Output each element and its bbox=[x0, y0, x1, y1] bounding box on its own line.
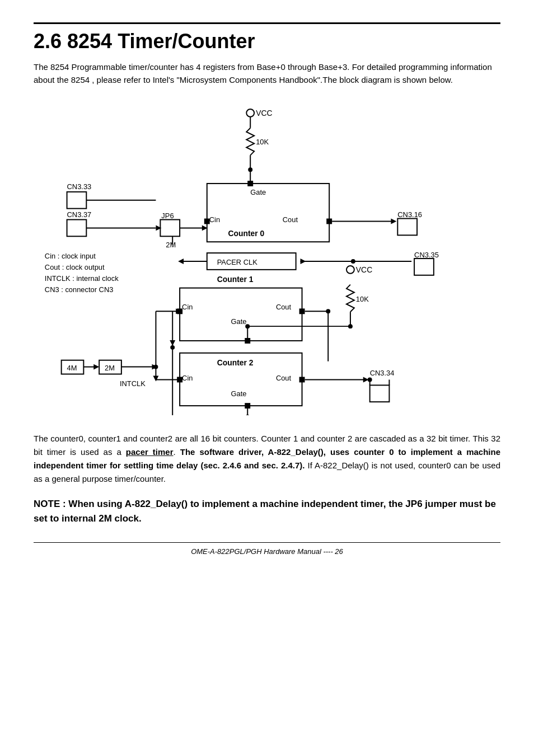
svg-text:10K: 10K bbox=[256, 138, 269, 146]
svg-text:Cin: Cin bbox=[209, 215, 220, 224]
svg-text:Cout: Cout bbox=[276, 303, 292, 311]
svg-rect-57 bbox=[245, 338, 250, 344]
svg-text:2M: 2M bbox=[105, 364, 115, 372]
svg-text:Counter 1: Counter 1 bbox=[217, 275, 254, 284]
svg-text:CN3.16: CN3.16 bbox=[397, 210, 422, 219]
svg-text:VCC: VCC bbox=[256, 109, 272, 118]
svg-rect-49 bbox=[180, 288, 302, 341]
svg-text:PACER CLK: PACER CLK bbox=[217, 258, 258, 266]
svg-text:10K: 10K bbox=[356, 295, 369, 303]
svg-text:INTCLK : internal clock: INTCLK : internal clock bbox=[45, 274, 119, 283]
svg-text:Cin: Cin bbox=[182, 374, 193, 382]
svg-rect-24 bbox=[204, 219, 210, 224]
svg-text:Gate: Gate bbox=[231, 317, 246, 326]
note-paragraph: NOTE : When using A-822_Delay() to imple… bbox=[34, 497, 500, 525]
svg-rect-84 bbox=[370, 385, 390, 402]
svg-text:Gate: Gate bbox=[250, 188, 266, 196]
svg-text:Cout: Cout bbox=[276, 374, 292, 382]
svg-rect-19 bbox=[207, 184, 329, 242]
svg-point-75 bbox=[245, 415, 250, 415]
svg-text:4M: 4M bbox=[67, 364, 77, 372]
svg-marker-91 bbox=[93, 364, 99, 370]
svg-text:JP6: JP6 bbox=[161, 212, 174, 220]
svg-rect-56 bbox=[299, 308, 305, 314]
svg-text:Cin: Cin bbox=[182, 303, 193, 311]
svg-rect-10 bbox=[67, 220, 87, 237]
svg-text:Counter 2: Counter 2 bbox=[217, 358, 254, 367]
svg-text:CN3.34: CN3.34 bbox=[370, 369, 395, 377]
svg-text:Counter 0: Counter 0 bbox=[228, 229, 265, 238]
intro-paragraph: The 8254 Programmable timer/counter has … bbox=[34, 61, 500, 86]
svg-text:VCC: VCC bbox=[356, 265, 372, 274]
page-title: 2.6 8254 Timer/Counter bbox=[34, 30, 500, 53]
svg-text:CN3.33: CN3.33 bbox=[67, 182, 92, 191]
svg-point-0 bbox=[246, 109, 254, 117]
svg-text:Gate: Gate bbox=[231, 389, 246, 398]
footer-text: OME-A-822PGL/PGH Hardware Manual ---- 26 bbox=[34, 547, 500, 556]
svg-text:INTCLK: INTCLK bbox=[120, 379, 146, 388]
bottom-rule bbox=[34, 542, 500, 543]
svg-text:Cout : clock output: Cout : clock output bbox=[45, 263, 105, 271]
svg-point-60 bbox=[245, 324, 250, 328]
svg-marker-39 bbox=[301, 259, 306, 264]
svg-text:CN3.35: CN3.35 bbox=[414, 251, 439, 259]
svg-rect-38 bbox=[414, 259, 434, 275]
svg-marker-29 bbox=[391, 219, 396, 224]
svg-rect-14 bbox=[160, 220, 180, 237]
svg-rect-71 bbox=[299, 377, 305, 382]
svg-text:Cout: Cout bbox=[283, 215, 298, 224]
svg-rect-31 bbox=[397, 219, 417, 236]
svg-text:CN3.37: CN3.37 bbox=[67, 210, 92, 219]
body-paragraph: The counter0, counter1 and counter2 are … bbox=[34, 432, 500, 486]
svg-rect-69 bbox=[245, 403, 250, 408]
top-rule bbox=[34, 22, 500, 24]
svg-rect-25 bbox=[326, 219, 332, 224]
svg-rect-7 bbox=[67, 192, 87, 209]
svg-marker-41 bbox=[178, 259, 184, 264]
svg-text:Cin : clock input: Cin : clock input bbox=[45, 252, 96, 260]
svg-point-43 bbox=[346, 266, 354, 274]
svg-marker-80 bbox=[170, 340, 175, 346]
svg-point-86 bbox=[368, 377, 372, 382]
svg-text:CN3 : connector CN3: CN3 : connector CN3 bbox=[45, 285, 114, 294]
svg-rect-27 bbox=[247, 181, 253, 186]
svg-marker-99 bbox=[153, 375, 158, 381]
svg-text:2M: 2M bbox=[166, 241, 176, 249]
block-diagram: VCC 10K CN3.33 CN3.37 JP6 2M bbox=[34, 102, 500, 415]
